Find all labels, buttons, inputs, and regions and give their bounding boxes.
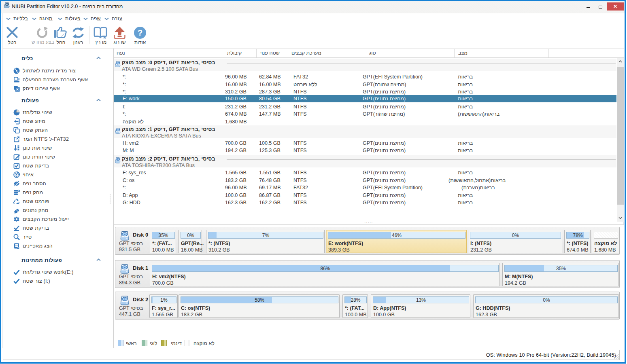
- svg-text:?: ?: [138, 28, 143, 37]
